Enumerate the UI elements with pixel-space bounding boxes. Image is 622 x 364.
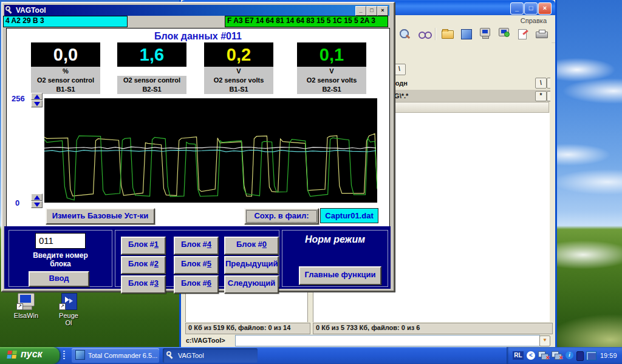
- spin-up-icon[interactable]: [31, 194, 43, 201]
- main-functions-button[interactable]: Главные функции: [299, 266, 381, 285]
- close-button[interactable]: ×: [377, 6, 388, 16]
- maximize-button[interactable]: □: [366, 6, 377, 16]
- display-value: 0,2: [204, 42, 273, 67]
- hex-data-right: F A3 E7 14 64 81 14 64 83 15 5 1C 15 5 2…: [225, 16, 388, 27]
- left-status-text: 0 Кб из 519 Кб, файлов: 0 из 14: [188, 324, 290, 331]
- minimize-button[interactable]: _: [510, 2, 524, 15]
- block-button-8[interactable]: Блок #6: [174, 275, 219, 294]
- vagtool-window: VAGTool _ □ × 4 A2 29 B 3 F A3 E7 14 64 …: [1, 2, 395, 292]
- star-button[interactable]: *: [535, 91, 547, 101]
- spin-down-icon[interactable]: [31, 100, 43, 107]
- start-label: пуск: [21, 349, 43, 360]
- display-value: 0,0: [31, 42, 100, 67]
- block-button-5[interactable]: Блок #5: [174, 256, 219, 274]
- scale-bottom-spinner[interactable]: [31, 194, 43, 208]
- block-button-1[interactable]: Блок #1: [121, 237, 166, 255]
- task-button-vagtool[interactable]: VAGTool: [163, 348, 258, 363]
- folder-icon[interactable]: [441, 28, 454, 40]
- root-button[interactable]: \: [535, 78, 547, 89]
- display-value: 0,1: [297, 42, 366, 67]
- display-group-3: 0,2 V O2 sensor voltsB1-S1: [204, 42, 273, 94]
- command-history-dropdown[interactable]: ▼: [539, 335, 550, 346]
- drive-root-button[interactable]: \: [393, 64, 406, 75]
- input-caption-line1: Введите номер: [9, 251, 112, 260]
- editor-icon[interactable]: [516, 28, 530, 40]
- shortcut-arrow-icon: ↗: [16, 303, 23, 310]
- search-icon[interactable]: [398, 28, 412, 40]
- display-group-2: 1,6 O2 sensor controlB2-S1: [117, 42, 186, 94]
- block-number-section: 011 Введите номер блока Ввод: [9, 230, 112, 287]
- desktop-icon-elsawin[interactable]: ↗ ElsaWin: [7, 293, 45, 319]
- block-button-6[interactable]: Предыдущий: [224, 256, 279, 274]
- start-button[interactable]: пуск: [0, 347, 60, 364]
- command-input[interactable]: [235, 335, 540, 346]
- display-unit: V: [204, 67, 273, 76]
- language-indicator[interactable]: RL: [513, 351, 524, 360]
- tray-collapse-icon[interactable]: <: [527, 351, 535, 360]
- desktop-icon-label-line2: Ol: [50, 319, 87, 326]
- mode-section: Норм режим Главные функции: [282, 230, 388, 287]
- desktop-icon-peugeot[interactable]: ↗ Peuge Ol: [50, 293, 87, 326]
- block-button-4[interactable]: Блок #2: [121, 256, 166, 274]
- block-buttons-section: Блок #1Блок #4Блок #0Блок #2Блок #5Преды…: [115, 230, 279, 287]
- data-block-title: Блок данных #011: [7, 31, 389, 42]
- info-tray-icon[interactable]: i: [566, 351, 573, 359]
- block-number-input[interactable]: 011: [35, 233, 86, 249]
- path-dropdown-button[interactable]: ▼: [547, 91, 550, 101]
- refresh-window-icon[interactable]: [460, 28, 473, 40]
- battery-tray-icon[interactable]: [576, 351, 584, 361]
- display-tray-icon[interactable]: [586, 351, 596, 360]
- task-button-total-commander[interactable]: Total Commander 6.5...: [72, 348, 159, 363]
- display-label: O2 sensor voltsB2-S1: [297, 76, 366, 94]
- view-glasses-icon[interactable]: [418, 28, 431, 40]
- network-disconnected-icon[interactable]: ×: [538, 351, 549, 359]
- network-disconnected-icon-2[interactable]: ×: [552, 351, 562, 359]
- spin-down-icon[interactable]: [31, 201, 43, 208]
- explorer-icon[interactable]: [497, 28, 511, 40]
- block-button-grid: Блок #1Блок #4Блок #0Блок #2Блок #5Преды…: [115, 231, 279, 286]
- maximize-button[interactable]: □: [524, 2, 538, 15]
- display-unit: V: [297, 67, 366, 76]
- display-label: O2 sensor controlB2-S1: [117, 76, 186, 94]
- menu-item-help[interactable]: Справка: [521, 17, 547, 24]
- taskbar: пуск Total Commander 6.5... VAGTool RL <…: [0, 347, 622, 364]
- display-label: O2 sensor voltsB1-S1: [204, 76, 273, 94]
- peugeot-icon: ↗: [59, 293, 78, 310]
- computer-icon[interactable]: [479, 28, 492, 40]
- mode-label: Норм режим: [282, 234, 388, 245]
- input-caption-line2: блока: [9, 260, 112, 268]
- y-axis-min-label: 0: [15, 198, 19, 207]
- vagtool-titlebar[interactable]: VAGTool _ □ ×: [4, 5, 389, 16]
- display-label: O2 sensor controlB1-S1: [31, 76, 100, 94]
- scale-top-spinner[interactable]: [31, 93, 43, 107]
- close-button[interactable]: ×: [538, 2, 552, 15]
- block-button-9[interactable]: Следующий: [224, 275, 279, 294]
- display-unit: %: [31, 67, 100, 76]
- wrench-icon: [5, 6, 14, 15]
- left-file-panel[interactable]: [185, 289, 308, 322]
- vagtool-control-panel: 011 Введите номер блока Ввод Блок #1Блок…: [4, 226, 391, 289]
- capture-filename-field[interactable]: Captur01.dat: [320, 208, 378, 223]
- right-status-bar: 0 Кб из 5 733 Кб, файлов: 0 из 6: [313, 323, 553, 334]
- up-dir-button[interactable]: ..: [547, 78, 550, 89]
- shortcut-arrow-icon: ↗: [59, 303, 66, 310]
- block-button-3[interactable]: Блок #0: [224, 237, 279, 255]
- system-tray: RL < × × i 19:59: [507, 347, 622, 364]
- elsawin-icon: ↗: [16, 293, 36, 310]
- enter-button[interactable]: Ввод: [29, 271, 89, 287]
- spin-up-icon[interactable]: [31, 93, 43, 100]
- windows-logo-icon: [7, 351, 18, 360]
- change-base-settings-button[interactable]: Измеить Базовые Уст-ки: [46, 208, 155, 224]
- o2-sensor-graph: [44, 98, 377, 203]
- block-button-2[interactable]: Блок #4: [174, 237, 219, 255]
- display-group-4: 0,1 V O2 sensor voltsB2-S1: [297, 42, 366, 94]
- quicklaunch-separator[interactable]: [63, 351, 65, 360]
- screen: ↗ ElsaWin ↗ Peuge Ol _ □ × Справка: [0, 0, 622, 364]
- vagtool-title-text: VAGTool: [16, 6, 46, 15]
- left-status-bar: 0 Кб из 519 Кб, файлов: 0 из 14: [185, 323, 310, 334]
- block-button-7[interactable]: Блок #3: [121, 275, 166, 294]
- save-to-file-button[interactable]: Сохр. в фаил:: [244, 208, 319, 224]
- toolbar-separator: [435, 28, 436, 40]
- minimize-button[interactable]: _: [355, 6, 366, 16]
- printer-icon[interactable]: [535, 28, 549, 40]
